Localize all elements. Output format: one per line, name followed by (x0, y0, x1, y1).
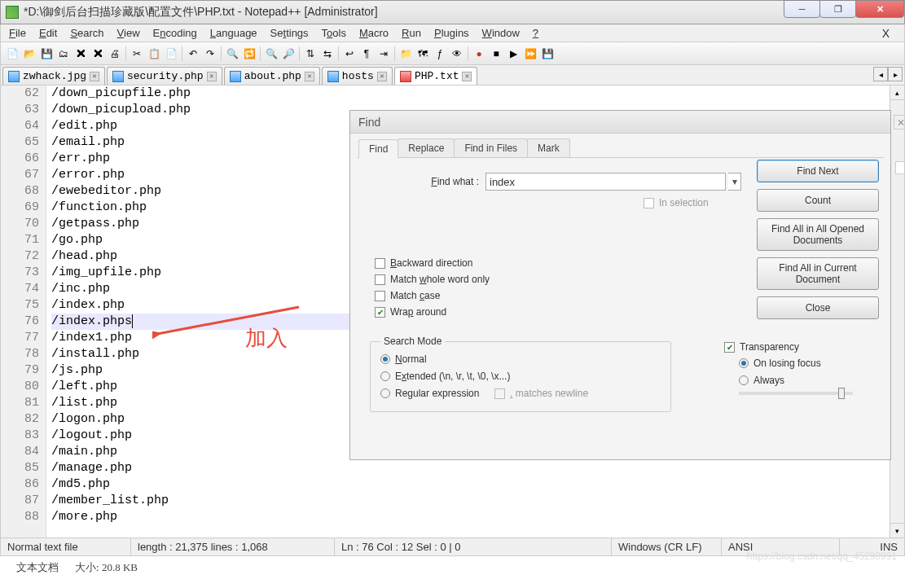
close-find-button[interactable]: Close (757, 296, 879, 319)
transparency-slider[interactable] (739, 392, 853, 395)
menu-run[interactable]: Run (402, 27, 421, 39)
file-tab[interactable]: about.php✕ (224, 67, 320, 85)
play-multi-icon[interactable]: ⏩ (522, 46, 538, 62)
open-icon[interactable]: 📂 (21, 46, 37, 62)
record-icon[interactable]: ● (471, 46, 487, 62)
transparency-checkbox[interactable]: ✔Transparency (724, 341, 879, 353)
close-button[interactable]: ✕ (855, 0, 904, 18)
zoom-out-icon[interactable]: 🔎 (280, 46, 297, 62)
indent-icon[interactable]: ⇥ (376, 46, 392, 62)
find-icon[interactable]: 🔍 (224, 46, 240, 62)
save-all-icon[interactable]: 🗂 (55, 46, 72, 62)
tab-close-icon[interactable]: ✕ (462, 72, 472, 81)
backward-checkbox[interactable]: Backward direction (375, 257, 490, 269)
file-icon (327, 71, 339, 82)
close-file-icon[interactable]: 🗙 (72, 46, 89, 62)
code-line[interactable]: /member_list.php (51, 493, 904, 509)
zoom-in-icon[interactable]: 🔍 (263, 46, 279, 62)
tab-close-icon[interactable]: ✕ (90, 72, 99, 81)
code-line[interactable]: /manage.php (51, 460, 904, 476)
sync-v-icon[interactable]: ⇅ (302, 46, 319, 62)
sync-h-icon[interactable]: ⇆ (319, 46, 336, 62)
match-case-checkbox[interactable]: Match case (375, 290, 490, 301)
menu-edit[interactable]: Edit (39, 27, 57, 39)
scroll-down-icon[interactable]: ▾ (890, 523, 904, 538)
file-tab[interactable]: PHP.txt✕ (394, 67, 478, 85)
invisible-icon[interactable]: ¶ (358, 46, 375, 62)
find-tab-find[interactable]: Find (358, 139, 398, 158)
find-tab-mark[interactable]: Mark (527, 138, 570, 157)
line-number: 62 (1, 86, 39, 102)
monitor-icon[interactable]: 👁 (449, 46, 465, 62)
save-macro-icon[interactable]: 💾 (539, 46, 556, 62)
wrap-icon[interactable]: ↩ (341, 46, 358, 62)
doc-map-icon[interactable]: 🗺 (415, 46, 431, 62)
menu-encoding[interactable]: Encoding (153, 27, 197, 39)
menu-search[interactable]: Search (70, 27, 103, 39)
line-number: 83 (1, 428, 39, 444)
code-line[interactable]: /down_picupfile.php (51, 86, 904, 102)
stop-icon[interactable]: ■ (488, 46, 504, 62)
editor[interactable]: 6263646566676869707172737475767778798081… (0, 86, 905, 538)
folder-icon[interactable]: 📁 (398, 46, 414, 62)
print-icon[interactable]: 🖨 (107, 46, 123, 62)
transparency-always[interactable]: Always (739, 375, 879, 386)
count-button[interactable]: Count (757, 189, 879, 212)
code-line[interactable]: /md5.php (51, 476, 904, 493)
minimize-button[interactable]: ─ (784, 0, 820, 18)
find-dialog-close-icon[interactable]: ⨯ (894, 115, 905, 129)
tab-nav-left-icon[interactable]: ◂ (873, 67, 888, 81)
search-mode-extended[interactable]: Extended (\n, \r, \t, \0, \x...) (380, 371, 661, 382)
vertical-scrollbar[interactable]: ▴ ▾ (890, 86, 904, 538)
undo-icon[interactable]: ↶ (185, 46, 201, 62)
line-number: 66 (1, 151, 39, 167)
line-number: 86 (1, 476, 39, 493)
line-number: 68 (1, 183, 39, 200)
find-all-opened-button[interactable]: Find All in All Opened Documents (757, 218, 879, 251)
menu-help[interactable]: ? (533, 27, 538, 39)
find-tab-replace[interactable]: Replace (398, 138, 455, 157)
menu-view[interactable]: View (117, 27, 140, 39)
menu-window[interactable]: Window (482, 27, 520, 39)
scroll-up-icon[interactable]: ▴ (890, 86, 904, 100)
find-next-button[interactable]: Find Next (757, 160, 879, 182)
search-mode-normal[interactable]: Normal (380, 353, 661, 365)
cut-icon[interactable]: ✂ (129, 46, 145, 62)
menu-tools[interactable]: Tools (322, 27, 346, 39)
search-mode-regex[interactable]: Regular expression . matches newline (380, 388, 661, 399)
file-tab[interactable]: security.php✕ (107, 67, 222, 85)
play-icon[interactable]: ▶ (505, 46, 521, 62)
status-eol: Windows (CR LF) (612, 538, 722, 555)
search-mode-group: Search Mode Normal Extended (\n, \r, \t,… (370, 341, 671, 412)
tab-close-icon[interactable]: ✕ (305, 72, 314, 81)
close-all-icon[interactable]: 🗙 (90, 46, 106, 62)
menu-plugins[interactable]: Plugins (434, 27, 469, 39)
save-icon[interactable]: 💾 (38, 46, 55, 62)
maximize-button[interactable]: ❐ (819, 0, 856, 18)
find-all-current-button[interactable]: Find All in Current Document (757, 257, 879, 290)
menu-macro[interactable]: Macro (359, 27, 389, 39)
file-tab[interactable]: hosts✕ (322, 67, 393, 85)
whole-word-checkbox[interactable]: Match whole word only (375, 274, 490, 285)
menu-settings[interactable]: Settings (270, 27, 309, 39)
menu-language[interactable]: Language (210, 27, 257, 39)
replace-icon[interactable]: 🔁 (241, 46, 257, 62)
find-what-input[interactable] (485, 173, 726, 191)
new-icon[interactable]: 📄 (4, 46, 20, 62)
menubar-close-x[interactable]: X (879, 27, 893, 40)
tab-nav-right-icon[interactable]: ▸ (888, 67, 903, 81)
find-dialog-extra-box[interactable] (895, 161, 905, 174)
copy-icon[interactable]: 📋 (146, 46, 162, 62)
wrap-checkbox[interactable]: ✔Wrap around (375, 306, 490, 318)
tab-close-icon[interactable]: ✕ (207, 72, 217, 81)
menu-file[interactable]: File (9, 27, 26, 39)
transparency-on-losing[interactable]: On losing focus (739, 358, 879, 369)
code-line[interactable]: /more.php (51, 509, 904, 525)
paste-icon[interactable]: 📄 (163, 46, 179, 62)
tab-close-icon[interactable]: ✕ (377, 72, 387, 81)
func-list-icon[interactable]: ƒ (432, 46, 448, 62)
redo-icon[interactable]: ↷ (202, 46, 218, 62)
file-tab[interactable]: zwhack.jpg✕ (2, 67, 105, 85)
find-tab-findinfiles[interactable]: Find in Files (454, 138, 528, 157)
find-what-dropdown-icon[interactable]: ▾ (728, 173, 741, 191)
